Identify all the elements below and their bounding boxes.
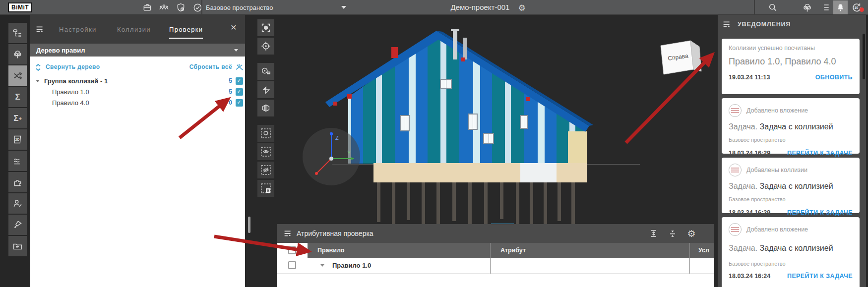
sidebar-item-sum[interactable]: Σ <box>8 87 27 107</box>
column-divider <box>490 243 491 274</box>
vent-pipe <box>463 38 467 59</box>
window <box>440 79 452 89</box>
panel-menu-icon[interactable] <box>722 19 733 30</box>
space-selector-label: Базовое пространство <box>206 4 273 11</box>
settings-gear-icon[interactable]: ⚙ <box>685 228 697 239</box>
refresh-action-link[interactable]: ОБНОВИТЬ <box>815 74 853 81</box>
window <box>483 133 494 144</box>
goto-task-link[interactable]: ПЕРЕЙТИ К ЗАДАЧЕ <box>787 209 853 216</box>
rules-panel: Настройки Коллизии Проверки × Дерево пра… <box>30 15 245 287</box>
column-divider <box>689 243 690 274</box>
goto-task-link[interactable]: ПЕРЕЙТИ К ЗАДАЧЕ <box>787 150 853 157</box>
shield-protect-icon[interactable] <box>175 2 186 13</box>
tree-actions-row: Свернуть дерево Сбросить всё <box>30 62 245 74</box>
project-settings-gear-icon[interactable]: ⚙ <box>516 2 527 13</box>
table-row-rule[interactable]: Правило 1.0 <box>277 258 714 274</box>
space-selector[interactable]: Базовое пространство <box>206 0 346 15</box>
close-icon[interactable]: × <box>228 22 239 33</box>
sidebar-item-model-structure[interactable] <box>8 23 27 43</box>
attribute-check-panel: Атрибутивная проверка ⚙ Правило Атрибут … <box>277 224 714 287</box>
notification-title: Добавлены коллизии <box>746 167 807 173</box>
panel-menu-icon[interactable] <box>283 228 294 239</box>
caret-down-icon[interactable] <box>320 264 324 267</box>
rules-tree-section-header[interactable]: Дерево правил <box>30 44 245 57</box>
gable-vent <box>391 47 398 58</box>
section-plane-icon[interactable] <box>257 81 274 98</box>
sidebar-item-construction[interactable] <box>8 215 27 235</box>
base-band-light <box>520 163 557 182</box>
tree-row-rule-1[interactable]: Правило 1.0 5 <box>30 86 245 97</box>
goto-task-link[interactable]: ПЕРЕЙТИ К ЗАДАЧЕ <box>787 273 853 280</box>
fit-model-icon[interactable] <box>257 19 274 36</box>
rule-checkbox-checked[interactable] <box>236 88 243 96</box>
axis-gizmo[interactable]: Z Y <box>303 128 360 185</box>
task-prefix: Задача. <box>729 122 757 131</box>
tab-checks[interactable]: Проверки <box>169 26 203 39</box>
view-cube[interactable]: Справа <box>655 35 709 82</box>
panel-title: Атрибутивная проверка <box>297 230 373 237</box>
tree-row-rule-4[interactable]: Правило 4.0 0 <box>30 97 245 108</box>
notification-card: Добавлено вложение Задача. Задача с колл… <box>722 217 860 287</box>
team-icon[interactable] <box>158 2 169 13</box>
notification-card: Добавлены коллизии Задача. Задача с колл… <box>722 158 860 213</box>
roof-accent <box>333 102 337 106</box>
bimit-logo[interactable]: BiMiT <box>8 2 32 12</box>
column-header-attribute[interactable]: Атрибут <box>490 243 689 258</box>
tree-item-label: Правило 4.0 <box>52 99 89 107</box>
row-checkbox[interactable] <box>288 261 296 269</box>
select-all-checkbox[interactable] <box>288 246 296 254</box>
fit-rows-icon[interactable] <box>667 228 679 239</box>
rule-cell: Правило 1.0 <box>332 262 371 269</box>
clear-selection-icon[interactable] <box>257 180 274 197</box>
collision-count: 0 <box>229 99 232 106</box>
sidebar-item-charts[interactable] <box>8 151 27 171</box>
project-title: Демо-проект-001 <box>448 3 512 11</box>
bell-icon[interactable] <box>833 0 848 14</box>
task-avatar-icon <box>729 223 742 236</box>
isolate-icon[interactable] <box>257 125 274 142</box>
sidebar-item-plugins[interactable] <box>8 172 27 192</box>
measure-tape-icon[interactable] <box>257 63 274 80</box>
show-eye-icon[interactable] <box>257 143 274 160</box>
sidebar-item-user-approve[interactable] <box>8 193 27 214</box>
sidebar-item-folder-export[interactable] <box>8 236 27 256</box>
caret-down-icon[interactable] <box>36 80 40 82</box>
rule-checkbox-checked[interactable] <box>236 99 243 107</box>
divider <box>754 0 755 15</box>
rule-checkbox-checked[interactable] <box>236 77 243 85</box>
notification-card: Добавлено вложение Задача. Задача с колл… <box>722 98 860 154</box>
tab-settings[interactable]: Настройки <box>59 26 96 38</box>
project-tree-icon[interactable] <box>802 2 812 13</box>
reset-all-link[interactable]: Сбросить всё <box>189 63 232 70</box>
panel-scrollbar[interactable] <box>863 34 865 79</box>
hide-eye-icon[interactable] <box>257 162 274 178</box>
viewport-scrollbar[interactable] <box>248 217 250 233</box>
sidebar-item-drawings-2d[interactable]: 2D <box>8 129 27 150</box>
section-box-icon[interactable] <box>257 100 274 116</box>
building-model[interactable] <box>317 25 645 228</box>
briefcase-icon[interactable] <box>142 2 153 13</box>
sidebar-item-sum-add[interactable]: Σ+ <box>8 108 27 128</box>
expand-collapse-icon[interactable] <box>35 63 42 71</box>
panel-menu-icon[interactable] <box>35 24 46 35</box>
search-icon[interactable] <box>767 2 778 13</box>
task-name: Задача с коллизией <box>760 122 833 131</box>
app-window: BiMiT Базовое пространство Демо-проект-0… <box>0 0 868 287</box>
notification-date: 18.03.24 16:29 <box>729 150 770 157</box>
tree-item-label: Правило 1.0 <box>52 88 89 96</box>
column-header-condition[interactable]: Усл <box>689 243 714 258</box>
tab-collisions[interactable]: Коллизии <box>117 26 151 38</box>
notification-date: 19.03.24 11:13 <box>729 74 770 81</box>
notification-badge <box>860 7 864 12</box>
column-header-rule[interactable]: Правило <box>308 243 490 258</box>
notification-card: Коллизии успешно посчитаны Правило 1.0, … <box>722 39 860 94</box>
tree-row-collision-group[interactable]: Группа коллизий - 1 5 <box>30 75 245 86</box>
sidebar-item-scene-tree[interactable] <box>8 44 27 64</box>
sidebar-item-collisions[interactable] <box>8 65 27 86</box>
row-height-icon[interactable] <box>648 228 660 239</box>
reset-clear-icon[interactable] <box>235 63 244 71</box>
orbit-target-icon[interactable] <box>257 38 274 55</box>
collapse-tree-link[interactable]: Свернуть дерево <box>46 63 100 70</box>
list-icon[interactable] <box>820 2 831 13</box>
attribute-check-header: Атрибутивная проверка ⚙ <box>277 224 714 243</box>
